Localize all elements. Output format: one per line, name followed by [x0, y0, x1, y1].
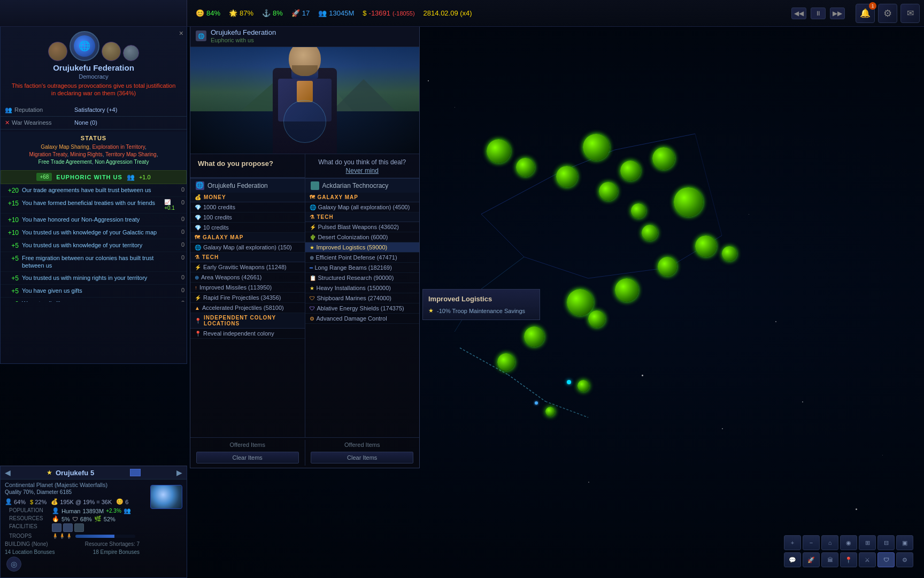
planet-8[interactable] — [631, 203, 646, 218]
offer-1000-text: 1000 credits — [203, 204, 301, 210]
colony-button[interactable]: 🏛 — [821, 552, 838, 567]
never-mind-button[interactable]: Never mind — [313, 167, 412, 174]
defense-button[interactable]: 🛡 — [877, 552, 895, 567]
planet-15[interactable] — [567, 289, 594, 316]
offer-area-weapons[interactable]: ⊕ Area Weapons (42661) — [190, 272, 305, 283]
resource-shortages: Resource Shortages: 7 — [85, 541, 140, 547]
efficient-point-text: Efficient Point Defense (47471) — [316, 254, 415, 261]
settings-map-button[interactable]: ⚙ — [896, 552, 913, 567]
minimap-button[interactable]: ◎ — [6, 557, 21, 572]
offer-ablative-energy[interactable]: 🛡 Ablative Energy Shields (174375) — [305, 303, 420, 314]
credits-pct-value: 22% — [35, 499, 47, 505]
tech-section-header-left: ⚗ TECH — [190, 253, 305, 262]
map-overlay-1[interactable]: ⊞ — [859, 535, 876, 550]
offer-accelerated[interactable]: ▲ Accelerated Projectiles (58100) — [190, 303, 305, 313]
offer-structured-research[interactable]: 📋 Structured Research (90000) — [305, 273, 420, 283]
stat-credits-top: $ -13691 (-18055) — [363, 9, 414, 17]
faction-panel-close[interactable]: × — [179, 29, 183, 37]
planet-18[interactable] — [722, 246, 737, 261]
planet-5[interactable] — [620, 161, 641, 181]
stat-approval: 🌟 87% — [229, 9, 253, 17]
offer-item-100[interactable]: 💎 100 credits — [190, 212, 305, 223]
message-notification[interactable]: ✉ — [900, 4, 920, 23]
galaxy-map-icon: 🗺 — [195, 234, 201, 240]
facility-1 — [52, 523, 61, 532]
text-8: We naturally like you — [22, 300, 174, 301]
planet-3[interactable] — [556, 166, 578, 187]
proposal-label: What do you propose? — [198, 159, 297, 168]
zoom-out-button[interactable]: − — [803, 535, 820, 550]
marker-button[interactable]: 📍 — [840, 552, 857, 567]
planet-11[interactable] — [642, 225, 658, 241]
planet-19[interactable] — [578, 380, 589, 392]
offer-improved-logistics[interactable]: ★ Improved Logistics (59000) — [305, 242, 420, 253]
offer-reveal-colony[interactable]: 📍 Reveal independent colony — [190, 329, 305, 339]
secondary-avatar-1 — [48, 42, 67, 61]
svg-line-3 — [481, 214, 524, 257]
planet-4[interactable] — [583, 134, 610, 161]
rewind-button[interactable]: ◀◀ — [791, 7, 806, 19]
planet-14[interactable] — [588, 310, 605, 328]
offer-pulsed-blast[interactable]: ⚡ Pulsed Blast Weapons (43602) — [305, 222, 420, 232]
relation-item-5: +5 Free migration between our colonies h… — [1, 252, 187, 272]
fleet-button[interactable]: 🚀 — [803, 552, 820, 567]
planet-13[interactable] — [615, 278, 638, 302]
map-overlay-3[interactable]: ▣ — [896, 535, 913, 550]
planet-next-button[interactable]: ▶ — [176, 468, 182, 477]
heavy-installations-text: Heavy Installations (150000) — [317, 285, 415, 291]
chat-button[interactable]: 💬 — [784, 552, 801, 567]
pause-button[interactable]: ⏸ — [811, 7, 826, 19]
offer-desert-col[interactable]: 🌵 Desert Colonization (6000) — [305, 232, 420, 242]
text-4: You trusted us with knowledge of your te… — [22, 241, 174, 249]
svg-line-4 — [524, 257, 588, 278]
offer-galaxy-map[interactable]: 🌐 Galaxy Map (all exploration) (150) — [190, 242, 305, 253]
offer-long-range[interactable]: ━ Long Range Beams (182169) — [305, 263, 420, 273]
map-marker[interactable] — [567, 380, 571, 384]
money-section-header: 💰 MONEY — [190, 193, 305, 202]
offer-early-gravitic[interactable]: ⚡ Early Gravitic Weapons (11248) — [190, 262, 305, 272]
diplomacy-faction-name: Orujukefu Federation — [211, 28, 276, 36]
offer-advanced-damage[interactable]: ⚙ Advanced Damage Control — [305, 314, 420, 324]
planet-2[interactable] — [516, 158, 535, 177]
combat-button[interactable]: ⚔ — [859, 552, 876, 567]
planet-20[interactable] — [545, 407, 555, 416]
planet-17[interactable] — [497, 353, 515, 371]
planet-9[interactable] — [674, 187, 703, 217]
offer-galaxy-map-right[interactable]: 🌐 Galaxy Map (all exploration) (4500) — [305, 202, 420, 212]
offer-heavy-installations[interactable]: ★ Heavy Installations (150000) — [305, 283, 420, 293]
offer-item-10[interactable]: 💎 10 credits — [190, 223, 305, 233]
text-3: You trusted us with knowledge of your Ga… — [22, 229, 174, 236]
planet-16[interactable] — [524, 326, 544, 347]
galaxy-view-button[interactable]: ◉ — [840, 535, 857, 550]
faction-header: 🌐 Orujukefu Federation Democracy This fa… — [1, 27, 187, 102]
map-control-row-1: + − ⌂ ◉ ⊞ ⊟ ▣ — [784, 535, 913, 550]
planet-1[interactable] — [487, 139, 511, 163]
offer-improved-missiles[interactable]: ↑ Improved Missiles (113950) — [190, 283, 305, 293]
approval-value: 87% — [240, 9, 253, 17]
offer-shipboard-marines[interactable]: 🛡 Shipboard Marines (274000) — [305, 293, 420, 303]
offer-rapid-fire[interactable]: ⚡ Rapid Fire Projectiles (34356) — [190, 293, 305, 303]
map-marker-2[interactable] — [535, 401, 538, 405]
offer-efficient-point[interactable]: ⊕ Efficient Point Defense (47471) — [305, 253, 420, 263]
home-button[interactable]: ⌂ — [821, 535, 838, 550]
planet-12[interactable] — [658, 257, 677, 276]
faction-header-text: Orujukefu Federation Euphoric with us — [211, 28, 276, 43]
forward-button[interactable]: ▶▶ — [830, 7, 845, 19]
diplo-notification[interactable]: ⚙ — [878, 4, 897, 23]
planet-10[interactable] — [695, 235, 717, 257]
planet-prev-button[interactable]: ◀ — [5, 468, 11, 477]
offer-item-1000[interactable]: 💎 1000 credits — [190, 202, 305, 212]
building-label: BUILDING — [5, 541, 30, 547]
zoom-in-button[interactable]: + — [784, 535, 801, 550]
globe-icon-right: 🌐 — [310, 204, 316, 210]
planet-7[interactable] — [599, 182, 618, 201]
planet-name-area: ★ Orujukefu 5 — [47, 469, 94, 477]
credits-offer-icon-1: 💎 — [195, 204, 201, 210]
planet-6[interactable] — [652, 147, 675, 170]
proposal-response-area: What do you propose? What do you think o… — [190, 154, 419, 178]
left-clear-button[interactable]: Clear Items — [196, 452, 299, 463]
map-overlay-2[interactable]: ⊟ — [877, 535, 895, 550]
val-7: 0 — [174, 287, 184, 293]
right-clear-button[interactable]: Clear Items — [311, 452, 413, 463]
alert-notification[interactable]: 🔔 1 — [856, 4, 875, 23]
